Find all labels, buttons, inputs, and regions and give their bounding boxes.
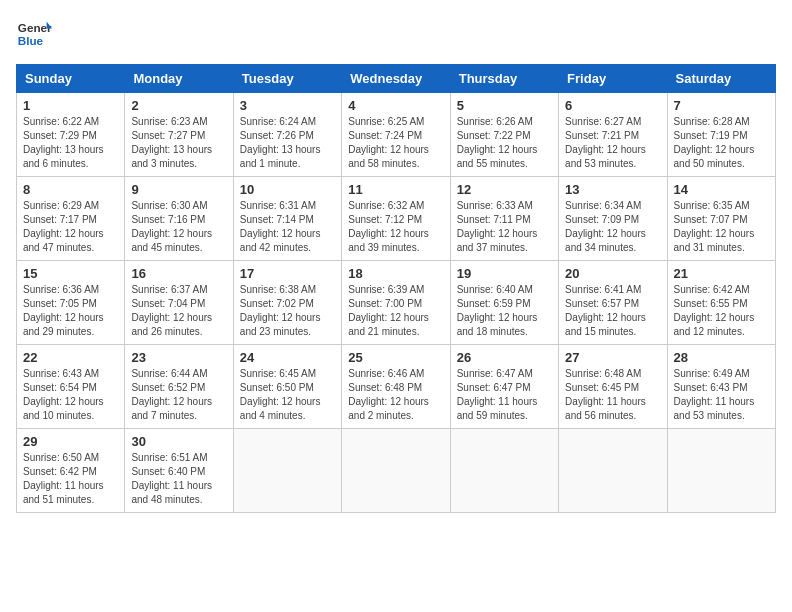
day-number: 17 (240, 266, 335, 281)
day-header-saturday: Saturday (667, 65, 775, 93)
calendar-cell: 21Sunrise: 6:42 AMSunset: 6:55 PMDayligh… (667, 261, 775, 345)
calendar-cell: 12Sunrise: 6:33 AMSunset: 7:11 PMDayligh… (450, 177, 558, 261)
calendar-cell: 30Sunrise: 6:51 AMSunset: 6:40 PMDayligh… (125, 429, 233, 513)
cell-info: Sunrise: 6:43 AMSunset: 6:54 PMDaylight:… (23, 367, 118, 423)
calendar-cell: 10Sunrise: 6:31 AMSunset: 7:14 PMDayligh… (233, 177, 341, 261)
day-number: 14 (674, 182, 769, 197)
calendar-cell: 2Sunrise: 6:23 AMSunset: 7:27 PMDaylight… (125, 93, 233, 177)
day-number: 8 (23, 182, 118, 197)
day-number: 11 (348, 182, 443, 197)
calendar-cell: 16Sunrise: 6:37 AMSunset: 7:04 PMDayligh… (125, 261, 233, 345)
week-row-4: 22Sunrise: 6:43 AMSunset: 6:54 PMDayligh… (17, 345, 776, 429)
cell-info: Sunrise: 6:32 AMSunset: 7:12 PMDaylight:… (348, 199, 443, 255)
day-number: 20 (565, 266, 660, 281)
day-header-friday: Friday (559, 65, 667, 93)
calendar-cell: 9Sunrise: 6:30 AMSunset: 7:16 PMDaylight… (125, 177, 233, 261)
day-number: 13 (565, 182, 660, 197)
day-number: 30 (131, 434, 226, 449)
calendar-cell (559, 429, 667, 513)
day-number: 7 (674, 98, 769, 113)
calendar-cell: 11Sunrise: 6:32 AMSunset: 7:12 PMDayligh… (342, 177, 450, 261)
day-number: 16 (131, 266, 226, 281)
day-number: 19 (457, 266, 552, 281)
calendar-cell: 27Sunrise: 6:48 AMSunset: 6:45 PMDayligh… (559, 345, 667, 429)
cell-info: Sunrise: 6:22 AMSunset: 7:29 PMDaylight:… (23, 115, 118, 171)
page-header: General Blue (16, 16, 776, 52)
day-number: 10 (240, 182, 335, 197)
day-header-monday: Monday (125, 65, 233, 93)
day-header-sunday: Sunday (17, 65, 125, 93)
cell-info: Sunrise: 6:47 AMSunset: 6:47 PMDaylight:… (457, 367, 552, 423)
calendar-cell: 14Sunrise: 6:35 AMSunset: 7:07 PMDayligh… (667, 177, 775, 261)
calendar-cell: 7Sunrise: 6:28 AMSunset: 7:19 PMDaylight… (667, 93, 775, 177)
calendar-cell (342, 429, 450, 513)
calendar-cell: 15Sunrise: 6:36 AMSunset: 7:05 PMDayligh… (17, 261, 125, 345)
calendar-cell (233, 429, 341, 513)
day-number: 22 (23, 350, 118, 365)
cell-info: Sunrise: 6:27 AMSunset: 7:21 PMDaylight:… (565, 115, 660, 171)
cell-info: Sunrise: 6:24 AMSunset: 7:26 PMDaylight:… (240, 115, 335, 171)
cell-info: Sunrise: 6:37 AMSunset: 7:04 PMDaylight:… (131, 283, 226, 339)
day-number: 29 (23, 434, 118, 449)
calendar-table: SundayMondayTuesdayWednesdayThursdayFrid… (16, 64, 776, 513)
day-number: 23 (131, 350, 226, 365)
calendar-body: 1Sunrise: 6:22 AMSunset: 7:29 PMDaylight… (17, 93, 776, 513)
calendar-cell (450, 429, 558, 513)
calendar-cell: 18Sunrise: 6:39 AMSunset: 7:00 PMDayligh… (342, 261, 450, 345)
cell-info: Sunrise: 6:40 AMSunset: 6:59 PMDaylight:… (457, 283, 552, 339)
logo-icon: General Blue (16, 16, 52, 52)
day-number: 9 (131, 182, 226, 197)
calendar-cell: 8Sunrise: 6:29 AMSunset: 7:17 PMDaylight… (17, 177, 125, 261)
day-number: 25 (348, 350, 443, 365)
calendar-cell: 20Sunrise: 6:41 AMSunset: 6:57 PMDayligh… (559, 261, 667, 345)
calendar-cell: 25Sunrise: 6:46 AMSunset: 6:48 PMDayligh… (342, 345, 450, 429)
day-number: 4 (348, 98, 443, 113)
calendar-cell: 29Sunrise: 6:50 AMSunset: 6:42 PMDayligh… (17, 429, 125, 513)
cell-info: Sunrise: 6:23 AMSunset: 7:27 PMDaylight:… (131, 115, 226, 171)
day-number: 28 (674, 350, 769, 365)
calendar-cell: 23Sunrise: 6:44 AMSunset: 6:52 PMDayligh… (125, 345, 233, 429)
week-row-5: 29Sunrise: 6:50 AMSunset: 6:42 PMDayligh… (17, 429, 776, 513)
day-number: 5 (457, 98, 552, 113)
calendar-cell: 4Sunrise: 6:25 AMSunset: 7:24 PMDaylight… (342, 93, 450, 177)
day-number: 26 (457, 350, 552, 365)
day-number: 27 (565, 350, 660, 365)
week-row-1: 1Sunrise: 6:22 AMSunset: 7:29 PMDaylight… (17, 93, 776, 177)
day-number: 2 (131, 98, 226, 113)
calendar-cell: 3Sunrise: 6:24 AMSunset: 7:26 PMDaylight… (233, 93, 341, 177)
calendar-cell: 19Sunrise: 6:40 AMSunset: 6:59 PMDayligh… (450, 261, 558, 345)
day-number: 18 (348, 266, 443, 281)
calendar-cell: 1Sunrise: 6:22 AMSunset: 7:29 PMDaylight… (17, 93, 125, 177)
cell-info: Sunrise: 6:42 AMSunset: 6:55 PMDaylight:… (674, 283, 769, 339)
cell-info: Sunrise: 6:30 AMSunset: 7:16 PMDaylight:… (131, 199, 226, 255)
cell-info: Sunrise: 6:50 AMSunset: 6:42 PMDaylight:… (23, 451, 118, 507)
day-number: 12 (457, 182, 552, 197)
calendar-cell: 22Sunrise: 6:43 AMSunset: 6:54 PMDayligh… (17, 345, 125, 429)
logo: General Blue (16, 16, 52, 52)
day-number: 15 (23, 266, 118, 281)
cell-info: Sunrise: 6:45 AMSunset: 6:50 PMDaylight:… (240, 367, 335, 423)
calendar-cell: 17Sunrise: 6:38 AMSunset: 7:02 PMDayligh… (233, 261, 341, 345)
week-row-2: 8Sunrise: 6:29 AMSunset: 7:17 PMDaylight… (17, 177, 776, 261)
calendar-cell: 26Sunrise: 6:47 AMSunset: 6:47 PMDayligh… (450, 345, 558, 429)
calendar-header-row: SundayMondayTuesdayWednesdayThursdayFrid… (17, 65, 776, 93)
cell-info: Sunrise: 6:33 AMSunset: 7:11 PMDaylight:… (457, 199, 552, 255)
calendar-cell: 24Sunrise: 6:45 AMSunset: 6:50 PMDayligh… (233, 345, 341, 429)
day-number: 1 (23, 98, 118, 113)
cell-info: Sunrise: 6:39 AMSunset: 7:00 PMDaylight:… (348, 283, 443, 339)
cell-info: Sunrise: 6:38 AMSunset: 7:02 PMDaylight:… (240, 283, 335, 339)
day-header-thursday: Thursday (450, 65, 558, 93)
calendar-cell (667, 429, 775, 513)
day-number: 24 (240, 350, 335, 365)
cell-info: Sunrise: 6:34 AMSunset: 7:09 PMDaylight:… (565, 199, 660, 255)
week-row-3: 15Sunrise: 6:36 AMSunset: 7:05 PMDayligh… (17, 261, 776, 345)
day-header-wednesday: Wednesday (342, 65, 450, 93)
cell-info: Sunrise: 6:41 AMSunset: 6:57 PMDaylight:… (565, 283, 660, 339)
calendar-cell: 13Sunrise: 6:34 AMSunset: 7:09 PMDayligh… (559, 177, 667, 261)
cell-info: Sunrise: 6:25 AMSunset: 7:24 PMDaylight:… (348, 115, 443, 171)
day-header-tuesday: Tuesday (233, 65, 341, 93)
cell-info: Sunrise: 6:49 AMSunset: 6:43 PMDaylight:… (674, 367, 769, 423)
cell-info: Sunrise: 6:35 AMSunset: 7:07 PMDaylight:… (674, 199, 769, 255)
cell-info: Sunrise: 6:31 AMSunset: 7:14 PMDaylight:… (240, 199, 335, 255)
calendar-cell: 28Sunrise: 6:49 AMSunset: 6:43 PMDayligh… (667, 345, 775, 429)
